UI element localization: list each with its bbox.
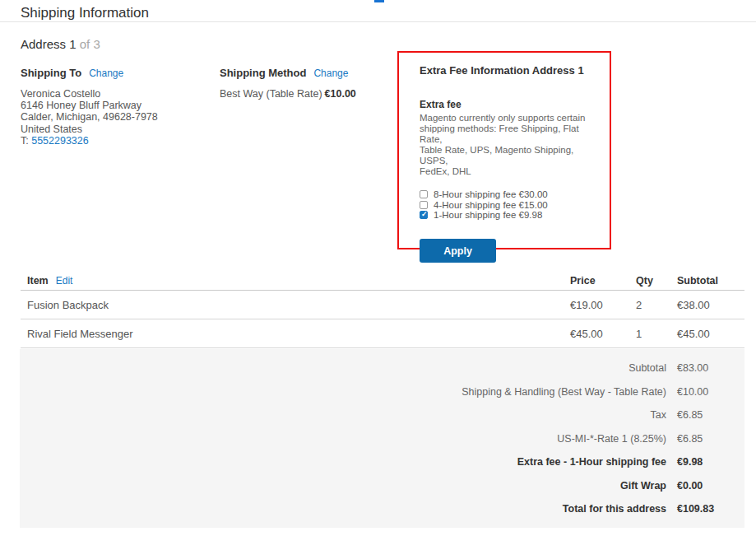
extra-fee-options: 8-Hour shipping fee €30.00 4-Hour shippi… bbox=[420, 189, 595, 220]
items-table: ItemEdit Price Qty Subtotal Fusion Backp… bbox=[21, 272, 744, 348]
items-header-price: Price bbox=[570, 275, 636, 287]
extra-fee-option-label: 1-Hour shipping fee €9.98 bbox=[434, 210, 542, 220]
shipping-method-name: Best Way (Table Rate) bbox=[220, 88, 322, 100]
item-qty: 2 bbox=[636, 299, 677, 311]
phone-link[interactable]: 5552293326 bbox=[31, 135, 89, 147]
table-row: Fusion Backpack €19.00 2 €38.00 bbox=[21, 291, 744, 319]
extra-fee-option-label: 4-Hour shipping fee €15.00 bbox=[434, 200, 548, 210]
totals-row-gift-wrap: Gift Wrap €0.00 bbox=[20, 474, 744, 498]
checkbox-1hour-icon[interactable] bbox=[420, 211, 428, 219]
items-header-item: Item bbox=[27, 275, 49, 287]
item-price: €19.00 bbox=[570, 299, 636, 311]
extra-fee-option-1hour[interactable]: 1-Hour shipping fee €9.98 bbox=[420, 210, 595, 220]
shipping-method-price: €10.00 bbox=[325, 88, 356, 100]
address-counter-main: Address 1 bbox=[21, 37, 77, 51]
table-row: Rival Field Messenger €45.00 1 €45.00 bbox=[21, 319, 744, 348]
clipped-blue-fragment bbox=[374, 0, 384, 2]
items-header-qty: Qty bbox=[636, 275, 677, 287]
title-divider bbox=[0, 21, 756, 22]
shipping-to-section: Shipping ToChange Veronica Costello 6146… bbox=[21, 65, 210, 147]
extra-fee-description: Magento currently only supports certain … bbox=[420, 113, 595, 177]
item-qty: 1 bbox=[636, 328, 677, 340]
address-counter-suffix: of 3 bbox=[80, 37, 100, 51]
extra-fee-option-4hour[interactable]: 4-Hour shipping fee €15.00 bbox=[420, 199, 595, 209]
item-price: €45.00 bbox=[570, 328, 636, 340]
totals-row-total: Total for this address €109.83 bbox=[20, 497, 744, 521]
shipping-to-change-link[interactable]: Change bbox=[89, 68, 123, 79]
item-name: Fusion Backpack bbox=[27, 299, 570, 311]
item-name: Rival Field Messenger bbox=[27, 328, 570, 340]
extra-fee-panel: Extra Fee Information Address 1 Extra fe… bbox=[397, 51, 611, 249]
address-counter: Address 1 of 3 bbox=[21, 37, 100, 51]
phone-prefix: T: bbox=[21, 135, 31, 147]
totals-panel: Subtotal €83.00 Shipping & Handling (Bes… bbox=[20, 349, 744, 528]
shipping-address: Veronica Costello 6146 Honey Bluff Parkw… bbox=[21, 88, 210, 135]
extra-fee-panel-title: Extra Fee Information Address 1 bbox=[420, 64, 595, 77]
totals-row-tax: Tax €6.85 bbox=[20, 403, 744, 427]
shipping-to-heading: Shipping To bbox=[21, 67, 81, 79]
shipping-method-line: Best Way (Table Rate)€10.00 bbox=[220, 88, 392, 100]
items-header-subtotal: Subtotal bbox=[677, 275, 744, 287]
extra-fee-heading: Extra fee bbox=[420, 99, 595, 110]
shipping-method-heading: Shipping Method bbox=[220, 67, 306, 79]
phone-line: T: 5552293326 bbox=[21, 135, 210, 147]
shipping-method-change-link[interactable]: Change bbox=[313, 68, 348, 79]
checkbox-8hour-icon[interactable] bbox=[420, 190, 428, 198]
totals-row-tax-rate: US-MI-*-Rate 1 (8.25%) €6.85 bbox=[20, 427, 744, 451]
apply-button[interactable]: Apply bbox=[420, 239, 496, 263]
shipping-method-section: Shipping MethodChange Best Way (Table Ra… bbox=[220, 65, 392, 100]
edit-items-link[interactable]: Edit bbox=[56, 275, 73, 287]
item-subtotal: €38.00 bbox=[677, 299, 744, 311]
totals-row-extra-fee: Extra fee - 1-Hour shipping fee €9.98 bbox=[20, 450, 744, 474]
checkbox-4hour-icon[interactable] bbox=[420, 201, 428, 209]
extra-fee-option-label: 8-Hour shipping fee €30.00 bbox=[434, 189, 548, 199]
item-subtotal: €45.00 bbox=[677, 328, 744, 340]
extra-fee-option-8hour[interactable]: 8-Hour shipping fee €30.00 bbox=[420, 189, 595, 199]
totals-row-subtotal: Subtotal €83.00 bbox=[20, 357, 744, 380]
totals-row-shipping: Shipping & Handling (Best Way - Table Ra… bbox=[20, 380, 744, 404]
items-table-header: ItemEdit Price Qty Subtotal bbox=[21, 272, 744, 291]
page-title: Shipping Information bbox=[21, 5, 149, 21]
